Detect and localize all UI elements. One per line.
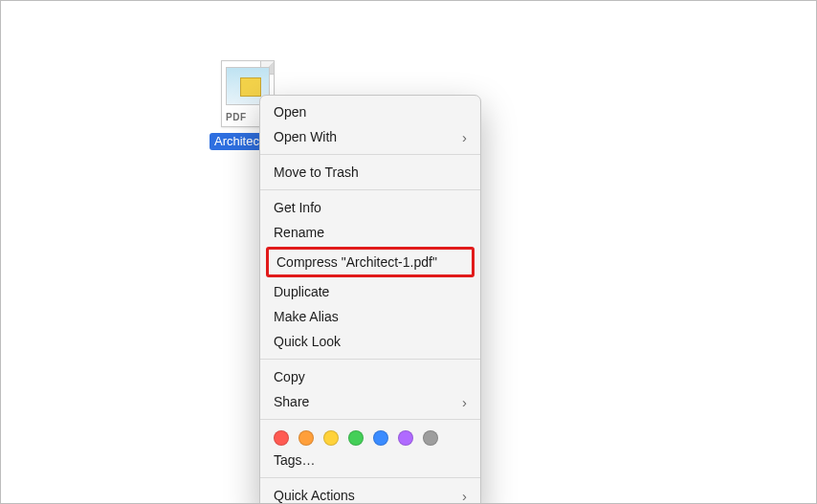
menu-open[interactable]: Open: [260, 99, 480, 124]
menu-rename[interactable]: Rename: [260, 220, 480, 245]
menu-move-to-trash-label: Move to Trash: [274, 163, 359, 182]
menu-separator: [260, 477, 480, 478]
context-menu: Open Open With › Move to Trash Get Info …: [259, 95, 481, 504]
chevron-right-icon: ›: [462, 395, 467, 409]
chevron-right-icon: ›: [462, 130, 467, 144]
chevron-right-icon: ›: [462, 489, 467, 503]
tag-gray[interactable]: [423, 430, 438, 446]
tag-red[interactable]: [274, 430, 289, 446]
menu-separator: [260, 154, 480, 155]
tag-green[interactable]: [348, 430, 364, 446]
menu-compress[interactable]: Compress "Architect-1.pdf": [266, 247, 475, 277]
tag-purple[interactable]: [398, 430, 413, 446]
tag-orange[interactable]: [298, 430, 314, 446]
menu-quick-look-label: Quick Look: [274, 332, 341, 351]
menu-share[interactable]: Share ›: [260, 389, 480, 414]
menu-separator: [260, 359, 480, 360]
menu-copy-label: Copy: [274, 367, 305, 386]
tag-yellow[interactable]: [323, 430, 339, 446]
menu-separator: [260, 419, 480, 420]
menu-compress-label: Compress "Architect-1.pdf": [276, 252, 437, 272]
menu-duplicate[interactable]: Duplicate: [260, 279, 480, 304]
menu-open-label: Open: [274, 102, 306, 121]
pdf-badge: PDF: [226, 112, 247, 122]
tag-color-row: [260, 425, 480, 448]
menu-tags[interactable]: Tags…: [260, 448, 480, 472]
menu-tags-label: Tags…: [274, 450, 316, 470]
menu-separator: [260, 189, 480, 190]
menu-make-alias[interactable]: Make Alias: [260, 304, 480, 329]
tag-blue[interactable]: [373, 430, 388, 446]
menu-quick-actions[interactable]: Quick Actions ›: [260, 483, 480, 504]
menu-open-with[interactable]: Open With ›: [260, 124, 480, 149]
menu-duplicate-label: Duplicate: [274, 282, 329, 301]
menu-copy[interactable]: Copy: [260, 364, 480, 389]
menu-get-info[interactable]: Get Info: [260, 195, 480, 220]
menu-open-with-label: Open With: [274, 127, 337, 146]
menu-move-to-trash[interactable]: Move to Trash: [260, 160, 480, 185]
menu-rename-label: Rename: [274, 223, 324, 242]
menu-share-label: Share: [274, 392, 309, 411]
menu-quick-look[interactable]: Quick Look: [260, 329, 480, 354]
menu-get-info-label: Get Info: [274, 198, 321, 217]
menu-make-alias-label: Make Alias: [274, 307, 339, 326]
menu-quick-actions-label: Quick Actions: [274, 486, 355, 504]
